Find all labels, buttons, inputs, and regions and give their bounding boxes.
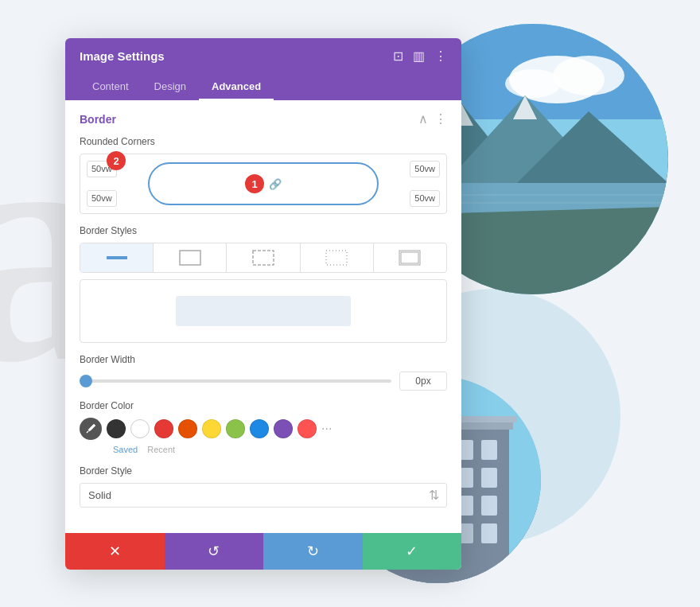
color-tab-saved[interactable]: Saved (113, 445, 138, 454)
image-settings-panel: Image Settings ⊡ ▥ ⋮ Content Design Adva… (65, 38, 461, 570)
cancel-button[interactable]: ✕ (65, 533, 165, 570)
badge-1: 1 (245, 174, 264, 193)
border-style-double[interactable] (374, 243, 446, 272)
section-more-icon[interactable]: ⋮ (434, 111, 447, 126)
svg-rect-29 (481, 468, 497, 488)
rounded-preview-wrapper: 2 1 🔗 (148, 162, 379, 205)
tab-design[interactable]: Design (142, 74, 199, 100)
save-icon: ✓ (406, 543, 418, 560)
color-swatch-yellow[interactable] (202, 419, 221, 438)
panel-tabs: Content Design Advanced (65, 74, 461, 100)
svg-rect-48 (399, 251, 420, 265)
link-icon[interactable]: 🔗 (269, 178, 282, 190)
panel-header: Image Settings ⊡ ▥ ⋮ (65, 38, 461, 74)
border-styles-label: Border Styles (80, 225, 447, 236)
border-style-dropdown: Border Style Solid None Dashed Dotted Do… (80, 465, 447, 508)
color-tab-recent[interactable]: Recent (147, 445, 175, 454)
badge-2: 2 (107, 151, 126, 170)
panel-body: Border ∧ ⋮ Rounded Corners 50vw 50vw 50v… (65, 100, 461, 533)
color-swatch-orange[interactable] (178, 419, 197, 438)
corner-tr-value[interactable]: 50vw (410, 161, 440, 177)
collapse-icon[interactable]: ∧ (418, 111, 428, 126)
eyedropper-button[interactable] (80, 418, 102, 440)
color-swatch-pink[interactable] (298, 419, 317, 438)
redo-icon: ↻ (307, 543, 319, 560)
rounded-corners-container: 50vw 50vw 50vw 50vw 2 1 🔗 (80, 154, 447, 214)
more-icon[interactable]: ⋮ (434, 50, 447, 63)
svg-point-4 (505, 69, 561, 98)
screen-icon[interactable]: ⊡ (393, 50, 403, 63)
color-swatch-purple[interactable] (274, 419, 293, 438)
border-style-none[interactable] (80, 243, 154, 272)
redo-button[interactable]: ↻ (263, 533, 363, 570)
header-icons: ⊡ ▥ ⋮ (393, 50, 447, 63)
color-more-button[interactable]: ··· (321, 422, 332, 435)
border-styles-section: Border Styles (80, 225, 447, 343)
select-wrapper: Solid None Dashed Dotted Double Groove ⇅ (80, 483, 447, 508)
panel-title: Image Settings (80, 49, 165, 63)
svg-rect-45 (180, 251, 200, 265)
border-section-title: Border (80, 113, 116, 126)
border-style-label: Border Style (80, 465, 447, 477)
color-swatch-red[interactable] (154, 419, 173, 438)
color-swatch-green[interactable] (226, 419, 245, 438)
border-preview-area (80, 279, 447, 343)
border-width-value[interactable] (399, 372, 447, 391)
columns-icon[interactable]: ▥ (413, 50, 425, 63)
undo-icon: ↺ (208, 543, 220, 560)
border-section-header: Border ∧ ⋮ (80, 111, 447, 126)
svg-rect-35 (481, 496, 497, 516)
svg-rect-23 (481, 440, 497, 460)
range-row (80, 372, 447, 391)
cancel-icon: ✕ (109, 543, 121, 560)
color-swatch-blue[interactable] (250, 419, 269, 438)
border-width-section: Border Width (80, 354, 447, 391)
svg-line-50 (87, 431, 88, 433)
svg-rect-49 (401, 252, 418, 263)
svg-rect-41 (481, 523, 497, 543)
border-width-label: Border Width (80, 354, 447, 365)
svg-point-3 (553, 56, 624, 95)
border-style-dotted[interactable] (301, 243, 374, 272)
color-row: ··· (80, 418, 447, 440)
color-swatch-black[interactable] (107, 419, 126, 438)
border-width-slider[interactable] (80, 379, 391, 383)
color-swatch-white[interactable] (130, 419, 150, 438)
border-style-dashed[interactable] (227, 243, 300, 272)
border-color-section: Border Color ··· Saved Recent (80, 400, 447, 454)
corner-br-value[interactable]: 50vw (410, 190, 440, 207)
rounded-corners-label: Rounded Corners (80, 136, 447, 147)
svg-rect-46 (253, 251, 274, 265)
border-preview-inner (176, 296, 351, 326)
save-button[interactable]: ✓ (363, 533, 462, 570)
svg-rect-44 (107, 257, 126, 259)
section-controls: ∧ ⋮ (418, 111, 447, 126)
border-style-select[interactable]: Solid None Dashed Dotted Double Groove (80, 483, 447, 508)
action-bar: ✕ ↺ ↻ ✓ (65, 533, 461, 570)
svg-rect-47 (326, 251, 347, 265)
rounded-preview: 1 🔗 (148, 162, 379, 205)
border-color-label: Border Color (80, 400, 447, 411)
border-style-grid (80, 243, 447, 273)
corner-bl-value[interactable]: 50vw (87, 190, 117, 207)
color-tabs-row: Saved Recent (81, 445, 447, 454)
tab-advanced[interactable]: Advanced (199, 74, 274, 100)
tab-content[interactable]: Content (80, 74, 142, 100)
undo-button[interactable]: ↺ (165, 533, 264, 570)
border-style-solid[interactable] (154, 243, 227, 272)
